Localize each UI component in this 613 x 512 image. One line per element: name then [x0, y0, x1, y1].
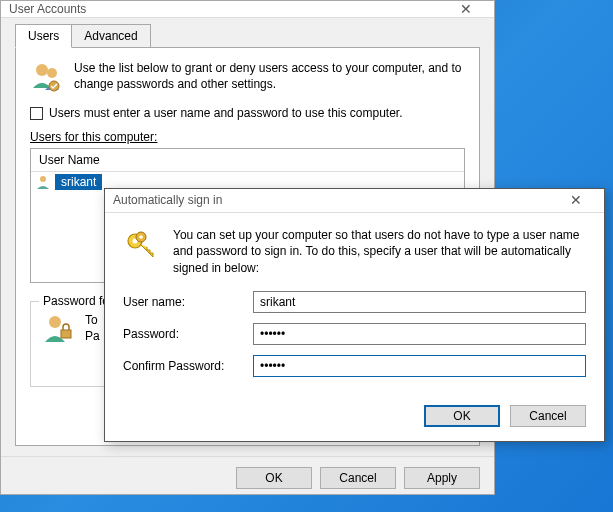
intro-text: Use the list below to grant or deny user… — [74, 60, 465, 94]
cancel-button[interactable]: Cancel — [510, 405, 586, 427]
window-title: User Accounts — [9, 2, 446, 16]
password-text: To Pa — [85, 312, 100, 346]
checkbox-label: Users must enter a user name and passwor… — [49, 106, 403, 120]
svg-point-9 — [139, 235, 143, 239]
auto-signin-dialog: Automatically sign in ✕ You can set up y… — [104, 188, 605, 442]
keys-icon — [123, 227, 159, 277]
confirm-password-field[interactable] — [253, 355, 586, 377]
user-icon — [41, 312, 75, 346]
ok-button[interactable]: OK — [236, 467, 312, 489]
dialog-intro-text: You can set up your computer so that use… — [173, 227, 586, 277]
svg-point-1 — [47, 68, 57, 78]
user-name-cell: srikant — [55, 174, 102, 190]
users-icon — [30, 60, 64, 94]
svg-point-3 — [40, 176, 46, 182]
svg-rect-5 — [61, 330, 71, 338]
cancel-button[interactable]: Cancel — [320, 467, 396, 489]
close-icon[interactable]: ✕ — [556, 192, 596, 208]
button-bar: OK Cancel Apply — [1, 456, 494, 499]
dialog-title: Automatically sign in — [113, 193, 556, 207]
user-icon — [35, 174, 51, 190]
username-label: User name: — [123, 295, 253, 309]
checkbox-icon[interactable] — [30, 107, 43, 120]
confirm-password-label: Confirm Password: — [123, 359, 253, 373]
titlebar: User Accounts ✕ — [1, 1, 494, 18]
dialog-titlebar: Automatically sign in ✕ — [105, 189, 604, 213]
svg-point-0 — [36, 64, 48, 76]
password-field[interactable] — [253, 323, 586, 345]
apply-button[interactable]: Apply — [404, 467, 480, 489]
dialog-body: You can set up your computer so that use… — [105, 213, 604, 397]
dialog-button-bar: OK Cancel — [105, 397, 604, 441]
close-icon[interactable]: ✕ — [446, 1, 486, 17]
column-header-username[interactable]: User Name — [31, 149, 464, 172]
tab-users[interactable]: Users — [15, 24, 72, 48]
password-label: Password: — [123, 327, 253, 341]
username-field[interactable] — [253, 291, 586, 313]
svg-point-4 — [49, 316, 61, 328]
tab-strip: Users Advanced — [15, 24, 480, 48]
tab-advanced[interactable]: Advanced — [71, 24, 150, 47]
ok-button[interactable]: OK — [424, 405, 500, 427]
users-list-label: Users for this computer: — [30, 130, 465, 144]
must-login-checkbox-row[interactable]: Users must enter a user name and passwor… — [30, 106, 465, 120]
